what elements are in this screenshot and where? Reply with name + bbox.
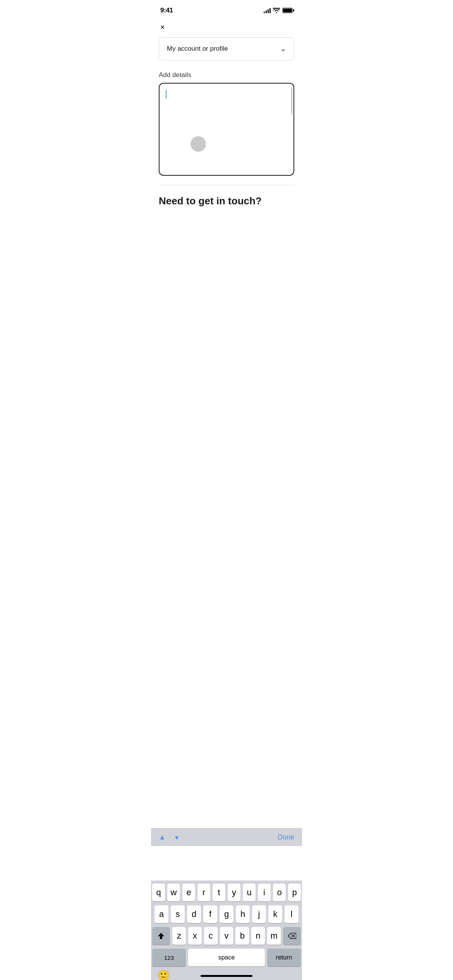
battery-icon: [282, 8, 293, 13]
text-cursor: [166, 90, 166, 98]
details-textarea[interactable]: [159, 83, 294, 176]
chevron-down-icon: ⌄: [280, 45, 286, 53]
textarea-scrollbar[interactable]: [291, 87, 292, 115]
signal-icon: [264, 8, 271, 13]
close-button-row: ×: [151, 19, 302, 36]
status-icons: [264, 8, 293, 13]
add-details-section: Add details: [159, 71, 294, 176]
add-details-label: Add details: [159, 71, 294, 79]
dropdown-label: My account or profile: [167, 45, 228, 53]
need-to-get-in-touch-heading: Need to get in touch?: [151, 185, 302, 207]
status-bar: 9:41: [151, 0, 302, 19]
category-dropdown[interactable]: My account or profile ⌄: [159, 37, 294, 60]
touch-ripple: [190, 136, 206, 152]
close-button[interactable]: ×: [159, 22, 166, 33]
wifi-icon: [273, 8, 280, 13]
status-time: 9:41: [160, 7, 173, 14]
dropdown-container: My account or profile ⌄: [159, 37, 294, 60]
